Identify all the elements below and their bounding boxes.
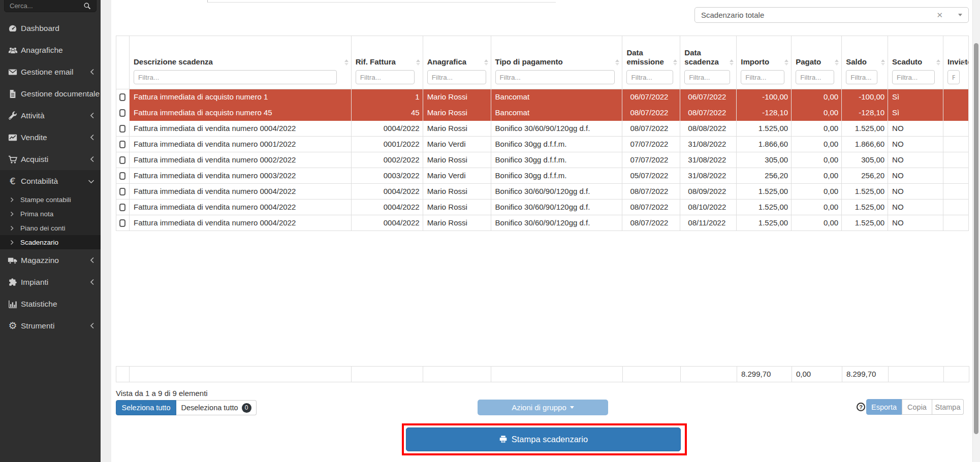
filter-input-anagrafica[interactable]: [427, 70, 486, 84]
filter-input-inviato[interactable]: [947, 70, 960, 84]
chart-line-icon: [7, 133, 18, 142]
table-row[interactable]: Fattura immediata di vendita numero 0002…: [116, 152, 969, 168]
filter-input-saldo[interactable]: [846, 70, 877, 84]
sidebar-subitem-prima-nota[interactable]: Prima nota: [0, 207, 101, 221]
row-checkbox[interactable]: [119, 204, 125, 211]
sidebar-item-impianti[interactable]: Impianti: [0, 271, 101, 293]
row-checkbox[interactable]: [119, 125, 125, 133]
table-row[interactable]: Fattura immediata di acquisto numero 11M…: [116, 89, 969, 105]
sort-icon[interactable]: [484, 59, 488, 65]
sidebar-item-gestione-documentale[interactable]: Gestione documentale: [0, 83, 101, 105]
clipped-toolbar-fragment: [207, 0, 556, 3]
sidebar-subitem-scadenzario[interactable]: Scadenzario: [0, 235, 101, 249]
deselect-all-button[interactable]: Deseleziona tutto 0: [176, 400, 257, 415]
table-row[interactable]: Fattura immediata di vendita numero 0003…: [116, 168, 969, 184]
sort-icon[interactable]: [835, 59, 839, 65]
sort-icon[interactable]: [615, 59, 619, 65]
filter-input-data-emissione[interactable]: [626, 70, 673, 84]
column-header-data-emissione[interactable]: Data emissione: [622, 36, 680, 89]
report-select[interactable]: Scadenzario totale ✕: [694, 7, 969, 23]
select-all-button[interactable]: Seleziona tutto: [116, 400, 176, 415]
column-header-inviato[interactable]: Inviato: [943, 36, 969, 89]
column-header-tipo-di-pagamento[interactable]: Tipo di pagamento: [491, 36, 623, 89]
table-header-row: Descrizione scadenzaRif. FatturaAnagrafi…: [116, 36, 969, 89]
column-header-rif-fattura[interactable]: Rif. Fattura: [352, 36, 423, 89]
cell-tipo-di-pagamento: Bonifico 30gg d.f.f.m.: [491, 137, 623, 152]
row-checkbox[interactable]: [119, 141, 125, 148]
sidebar-item-statistiche[interactable]: Statistiche: [0, 293, 101, 315]
scrollbar-thumb[interactable]: [974, 43, 978, 434]
copy-button[interactable]: Copia: [902, 399, 932, 415]
sort-icon[interactable]: [344, 59, 349, 65]
column-title: Data scadenza: [684, 48, 732, 67]
sidebar-subitem-label: Scadenzario: [20, 239, 58, 246]
cell-rif-fattura: 0004/2022: [352, 200, 423, 215]
footer-total-importo: 8.299,70: [737, 367, 792, 382]
sort-icon[interactable]: [881, 59, 885, 65]
filter-input-importo[interactable]: [741, 70, 784, 84]
row-checkbox[interactable]: [119, 188, 125, 195]
sort-icon[interactable]: [416, 59, 420, 65]
filter-input-rif-fattura[interactable]: [356, 70, 415, 84]
chevron-right-icon: [10, 197, 14, 203]
cell-data-scadenza: 06/07/2022: [680, 89, 737, 105]
checkbox-cell: [116, 121, 130, 137]
column-header-data-scadenza[interactable]: Data scadenza: [680, 36, 737, 89]
group-actions-button[interactable]: Azioni di gruppo: [478, 400, 608, 415]
sort-icon[interactable]: [936, 59, 940, 65]
sidebar-item-magazzino[interactable]: Magazzino: [0, 249, 101, 271]
print-schedule-button[interactable]: Stampa scadenzario: [406, 427, 681, 451]
table-row[interactable]: Fattura immediata di acquisto numero 454…: [116, 105, 969, 121]
sidebar-item-contabilit[interactable]: €Contabilità: [0, 170, 101, 192]
filter-input-pagato[interactable]: [796, 70, 834, 84]
column-header-descrizione-scadenza[interactable]: Descrizione scadenza: [130, 36, 352, 89]
row-checkbox[interactable]: [119, 156, 125, 164]
column-header-saldo[interactable]: Saldo: [842, 36, 888, 89]
column-header-importo[interactable]: Importo: [737, 36, 792, 89]
table-row[interactable]: Fattura immediata di vendita numero 0004…: [116, 215, 969, 231]
filter-input-tipo-di-pagamento[interactable]: [495, 70, 615, 84]
sort-icon[interactable]: [962, 59, 966, 65]
table-row[interactable]: Fattura immediata di vendita numero 0004…: [116, 184, 969, 200]
column-header-scaduto[interactable]: Scaduto: [888, 36, 943, 89]
print-button[interactable]: Stampa: [932, 399, 964, 415]
clear-selection-icon[interactable]: ✕: [936, 11, 943, 20]
sidebar-item-dashboard[interactable]: Dashboard: [0, 17, 101, 39]
sidebar-item-anagrafiche[interactable]: Anagrafiche: [0, 39, 101, 61]
sidebar-item-gestione-email[interactable]: Gestione email: [0, 61, 101, 83]
table-row[interactable]: Fattura immediata di vendita numero 0004…: [116, 200, 969, 215]
column-header-anagrafica[interactable]: Anagrafica: [423, 36, 491, 89]
row-checkbox[interactable]: [119, 93, 125, 101]
column-header-pagato[interactable]: Pagato: [792, 36, 842, 89]
envelope-icon: [7, 68, 18, 77]
cell-pagato: 0,00: [792, 168, 842, 184]
filter-input-data-scadenza[interactable]: [684, 70, 730, 84]
chevron-down-icon[interactable]: [958, 14, 962, 16]
row-checkbox[interactable]: [119, 219, 125, 227]
cell-importo: 256,20: [737, 168, 792, 184]
cell-anagrafica: Mario Verdi: [423, 168, 491, 184]
sidebar-item-attivit[interactable]: Attività: [0, 105, 101, 126]
filter-input-descrizione-scadenza[interactable]: [134, 70, 337, 84]
sidebar-subitem-stampe-contabili[interactable]: Stampe contabili: [0, 192, 101, 207]
filter-input-scaduto[interactable]: [892, 70, 935, 84]
sidebar-item-acquisti[interactable]: Acquisti: [0, 148, 101, 170]
sidebar-item-vendite[interactable]: Vendite: [0, 126, 101, 148]
sort-icon[interactable]: [784, 59, 788, 65]
help-icon[interactable]: ?: [857, 403, 865, 411]
export-button[interactable]: Esporta: [866, 399, 902, 415]
cell-tipo-di-pagamento: Bonifico 30/60/90/120gg d.f.: [491, 215, 623, 231]
sidebar-item-strumenti[interactable]: ⚙Strumenti: [0, 315, 101, 337]
chevron-left-icon: [90, 112, 94, 119]
sidebar-search-input[interactable]: Cerca...: [4, 0, 97, 12]
chevron-left-icon: [90, 69, 94, 75]
row-checkbox[interactable]: [119, 172, 125, 180]
row-checkbox[interactable]: [119, 109, 125, 117]
cell-inviato: [943, 184, 969, 200]
table-row[interactable]: Fattura immediata di vendita numero 0001…: [116, 137, 969, 152]
table-row[interactable]: Fattura immediata di vendita numero 0004…: [116, 121, 969, 137]
sort-icon[interactable]: [673, 59, 677, 65]
sort-icon[interactable]: [730, 59, 734, 65]
search-icon[interactable]: [83, 2, 91, 10]
sidebar-subitem-piano-dei-conti[interactable]: Piano dei conti: [0, 221, 101, 235]
